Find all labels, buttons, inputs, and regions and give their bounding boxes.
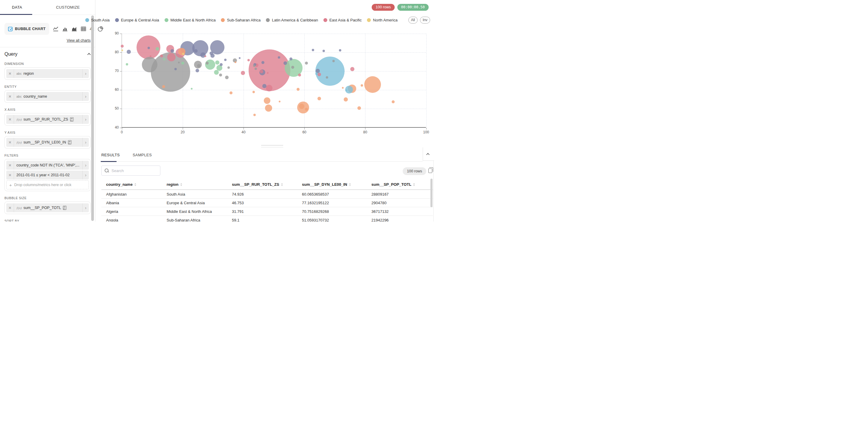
column-header-country-name[interactable]: country_name: [101, 180, 162, 189]
bubble[interactable]: [264, 97, 270, 104]
filter-pill-year-range[interactable]: × 2011-01-01 ≤ year < 2011-01-02 ›: [6, 171, 89, 179]
bubble[interactable]: [317, 97, 321, 100]
x-axis-control[interactable]: × ƒ(x)sum__SP_RUR_TOTL_ZS ›: [4, 113, 91, 126]
bubble[interactable]: [181, 62, 184, 65]
bubble[interactable]: [241, 71, 245, 75]
entity-control[interactable]: × abccountry_name ›: [4, 90, 91, 103]
entity-expand-icon[interactable]: ›: [82, 92, 89, 101]
dimension-control[interactable]: × abcregion ›: [4, 67, 91, 80]
column-header-sum-sp-dyn-le00-in[interactable]: sum__SP_DYN_LE00_IN: [297, 180, 367, 189]
bubble[interactable]: [266, 85, 273, 92]
bubble[interactable]: [215, 61, 219, 65]
bubble[interactable]: [252, 91, 255, 93]
bubble[interactable]: [339, 49, 341, 52]
area-chart-icon[interactable]: [71, 26, 77, 32]
x-axis-expand-icon[interactable]: ›: [82, 115, 89, 124]
bubble[interactable]: [261, 61, 265, 64]
bubble[interactable]: [220, 63, 223, 66]
bubble[interactable]: [214, 70, 219, 75]
tab-data[interactable]: DATA: [12, 0, 22, 14]
bubble[interactable]: [342, 87, 344, 89]
remove-x-axis-icon[interactable]: ×: [6, 115, 14, 124]
legend-item-middle-east-north-africa[interactable]: Middle East & North Africa: [164, 18, 216, 22]
sort-icon[interactable]: [180, 183, 182, 186]
bubble[interactable]: [317, 73, 321, 76]
legend-item-south-asia[interactable]: South Asia: [85, 18, 110, 22]
bubble[interactable]: [121, 45, 124, 48]
remove-entity-icon[interactable]: ×: [6, 92, 14, 101]
bubble[interactable]: [195, 69, 199, 72]
bubble-size-expand-icon[interactable]: ›: [82, 203, 89, 212]
results-scrollbar[interactable]: [430, 179, 433, 207]
sort-icon[interactable]: [134, 183, 136, 186]
bubble[interactable]: [121, 49, 123, 51]
legend-item-sub-saharan-africa[interactable]: Sub-Saharan Africa: [221, 18, 260, 22]
view-all-charts-link[interactable]: View all charts: [67, 38, 91, 42]
query-collapse-icon[interactable]: [87, 53, 91, 56]
tab-results[interactable]: RESULTS: [101, 149, 120, 161]
panel-resize-handle[interactable]: [261, 145, 283, 147]
dimension-pill[interactable]: × abcregion ›: [6, 69, 89, 78]
bubble-size-control[interactable]: × ƒ(x)sum__SP_POP_TOTL ›: [4, 202, 91, 214]
bubble[interactable]: [224, 59, 226, 61]
sort-icon[interactable]: [281, 183, 283, 186]
column-header-region[interactable]: region: [162, 180, 227, 189]
bubble[interactable]: [358, 106, 361, 110]
filter-expand-icon[interactable]: ›: [82, 171, 89, 179]
bubble[interactable]: [299, 104, 304, 109]
collapse-results-icon[interactable]: [426, 153, 430, 156]
bubble[interactable]: [253, 114, 256, 116]
legend-invert-button[interactable]: Inv: [420, 17, 430, 24]
bubble[interactable]: [225, 76, 228, 79]
bar-chart-icon[interactable]: [62, 26, 68, 32]
filters-dropzone[interactable]: +Drop columns/metrics here or click: [6, 180, 89, 189]
remove-dimension-icon[interactable]: ×: [6, 69, 14, 78]
remove-bubble-size-icon[interactable]: ×: [6, 203, 14, 212]
remove-filter-icon[interactable]: ×: [6, 161, 14, 170]
bubble[interactable]: [160, 55, 163, 58]
bubble[interactable]: [364, 76, 381, 93]
legend-select-all-button[interactable]: All: [408, 17, 417, 24]
bubble[interactable]: [170, 49, 174, 53]
bubble[interactable]: [127, 50, 131, 54]
copy-icon[interactable]: [428, 169, 432, 173]
bubble[interactable]: [305, 62, 308, 65]
bubble[interactable]: [312, 49, 314, 51]
legend-item-east-asia-pacific[interactable]: East Asia & Pacific: [323, 18, 362, 22]
bubble[interactable]: [344, 97, 348, 102]
bubble[interactable]: [194, 49, 197, 53]
bubble[interactable]: [265, 104, 272, 112]
bubble[interactable]: [392, 100, 395, 103]
bubble[interactable]: [289, 58, 292, 61]
bubble[interactable]: [283, 61, 287, 65]
selected-viz-bubble-chart[interactable]: BUBBLE CHART: [4, 23, 49, 35]
bubble[interactable]: [350, 67, 354, 71]
legend-item-north-america[interactable]: North America: [367, 18, 397, 22]
legend-item-latin-america-caribbean[interactable]: Latin America & Caribbean: [266, 18, 318, 22]
filter-expand-icon[interactable]: ›: [82, 161, 89, 170]
bubble[interactable]: [205, 55, 206, 57]
filter-pill-country-code[interactable]: × country_code NOT IN ('TCA', 'MNP',... …: [6, 161, 89, 170]
bubble[interactable]: [167, 53, 176, 61]
bubble[interactable]: [239, 57, 241, 59]
sidebar-scrollbar[interactable]: [91, 15, 94, 221]
bubble[interactable]: [227, 66, 230, 69]
remove-filter-icon[interactable]: ×: [6, 171, 14, 179]
bubble[interactable]: [297, 88, 300, 91]
bubble[interactable]: [205, 60, 215, 70]
bubble[interactable]: [126, 63, 128, 66]
y-axis-control[interactable]: × ƒ(x)sum__SP_DYN_LE00_IN ›: [4, 136, 91, 148]
bubble[interactable]: [267, 72, 269, 74]
column-header-sum-sp-rur-totl-zs[interactable]: sum__SP_RUR_TOTL_ZS: [227, 180, 297, 189]
sort-icon[interactable]: [413, 183, 415, 186]
sort-icon[interactable]: [349, 183, 351, 186]
bubble[interactable]: [235, 61, 237, 63]
bubble[interactable]: [326, 76, 328, 78]
bubble-size-pill[interactable]: × ƒ(x)sum__SP_POP_TOTL ›: [6, 203, 89, 212]
bubble[interactable]: [345, 89, 347, 91]
entity-pill[interactable]: × abccountry_name ›: [6, 92, 89, 101]
y-axis-expand-icon[interactable]: ›: [82, 138, 89, 147]
x-axis-pill[interactable]: × ƒ(x)sum__SP_RUR_TOTL_ZS ›: [6, 115, 89, 124]
bubble[interactable]: [142, 57, 157, 72]
bubble[interactable]: [291, 66, 294, 69]
